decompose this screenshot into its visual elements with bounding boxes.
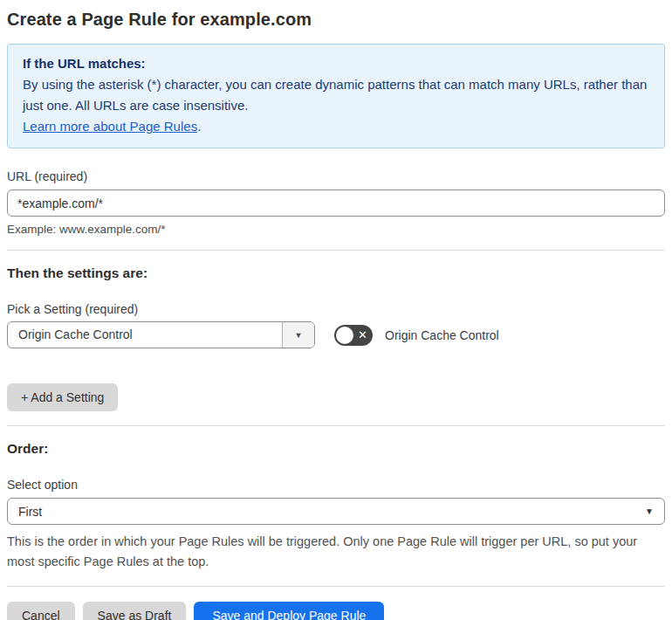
- pick-setting-label: Pick a Setting (required): [7, 302, 665, 316]
- toggle-label: Origin Cache Control: [385, 328, 499, 342]
- setting-select-value: Origin Cache Control: [8, 322, 282, 348]
- add-setting-button[interactable]: + Add a Setting: [7, 383, 118, 411]
- page-title: Create a Page Rule for example.com: [7, 0, 665, 30]
- cancel-button[interactable]: Cancel: [7, 602, 75, 620]
- divider: [7, 425, 665, 426]
- url-field-label: URL (required): [7, 169, 665, 183]
- save-as-draft-button[interactable]: Save as Draft: [83, 602, 187, 620]
- order-help-text: This is the order in which your Page Rul…: [7, 532, 663, 572]
- order-select-value: First: [18, 505, 42, 519]
- setting-row: Origin Cache Control ▼ ✕ Origin Cache Co…: [7, 321, 665, 348]
- order-select-label: Select option: [7, 478, 665, 492]
- url-input[interactable]: [7, 189, 665, 217]
- settings-section-heading: Then the settings are:: [7, 265, 665, 281]
- divider: [7, 586, 665, 587]
- divider: [7, 250, 665, 251]
- chevron-down-icon: ▼: [645, 506, 654, 516]
- link-period: .: [197, 119, 201, 134]
- toggle-off-x-icon: ✕: [358, 329, 367, 341]
- url-example-text: Example: www.example.com/*: [7, 223, 665, 236]
- learn-more-link[interactable]: Learn more about Page Rules: [23, 119, 197, 134]
- footer-actions: Cancel Save as Draft Save and Deploy Pag…: [7, 602, 665, 620]
- origin-cache-control-toggle[interactable]: ✕: [334, 325, 373, 346]
- info-box-link-line: Learn more about Page Rules.: [23, 116, 649, 137]
- save-and-deploy-button[interactable]: Save and Deploy Page Rule: [194, 602, 384, 620]
- setting-select[interactable]: Origin Cache Control ▼: [7, 321, 315, 348]
- chevron-down-icon: ▼: [295, 331, 303, 340]
- order-section-heading: Order:: [7, 441, 665, 457]
- setting-select-arrow-button[interactable]: ▼: [282, 322, 314, 348]
- info-box-body: By using the asterisk (*) character, you…: [23, 74, 649, 116]
- order-select[interactable]: First ▼: [7, 498, 665, 525]
- toggle-knob: [336, 327, 353, 344]
- info-box-heading: If the URL matches:: [23, 53, 649, 74]
- url-match-info-box: If the URL matches: By using the asteris…: [7, 44, 665, 148]
